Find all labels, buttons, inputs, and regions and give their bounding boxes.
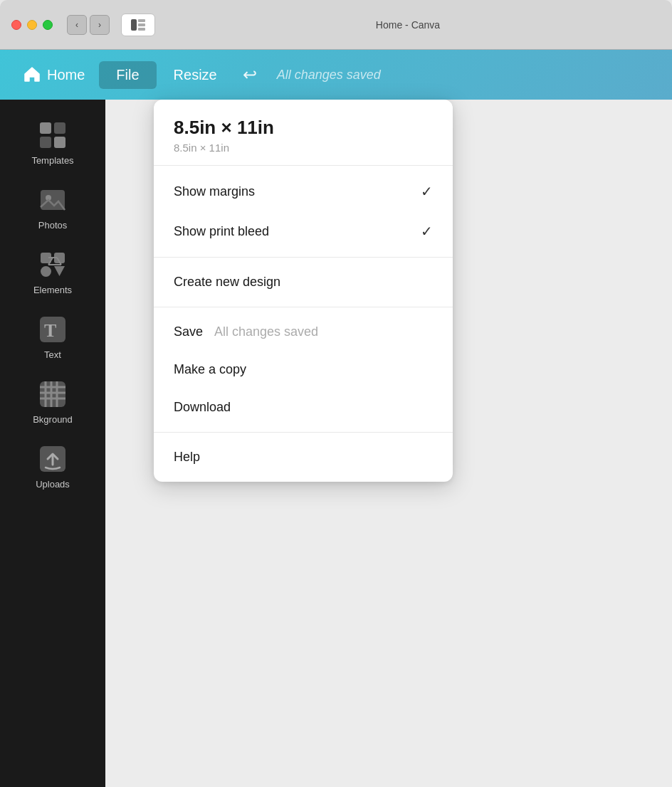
- uploads-icon: [37, 443, 68, 475]
- uploads-label: Uploads: [36, 479, 70, 490]
- show-margins-item[interactable]: Show margins ✓: [154, 171, 453, 211]
- resize-label: Resize: [174, 67, 217, 83]
- text-label: Text: [44, 349, 61, 360]
- save-status: All changes saved: [277, 68, 381, 83]
- undo-icon: ↩: [243, 65, 257, 84]
- nav-buttons: ‹ ›: [67, 15, 110, 35]
- window-chrome: ‹ › Home - Canva: [0, 0, 672, 50]
- sidebar-item-text[interactable]: T Text: [10, 305, 95, 367]
- file-actions-section: Save All changes saved Make a copy Downl…: [154, 307, 453, 432]
- home-label: Home: [47, 67, 85, 83]
- background-label: Bkground: [33, 414, 73, 425]
- sidebar-item-elements[interactable]: Elements: [10, 241, 95, 302]
- app-header: Home File Resize ↩ All changes saved: [0, 50, 672, 100]
- svg-rect-7: [54, 137, 65, 148]
- show-print-bleed-item[interactable]: Show print bleed ✓: [154, 211, 453, 251]
- sidebar: Templates Photos: [0, 100, 105, 787]
- sidebar-item-photos[interactable]: Photos: [10, 176, 95, 238]
- resize-button[interactable]: Resize: [162, 61, 229, 89]
- sidebar-toggle-button[interactable]: [121, 14, 155, 36]
- content-area: 8.5in × 11in 8.5in × 11in Show margins ✓…: [105, 100, 672, 787]
- sidebar-item-templates[interactable]: Templates: [10, 111, 95, 173]
- minimize-button[interactable]: [27, 20, 37, 30]
- show-margins-checkmark: ✓: [421, 183, 433, 200]
- download-label: Download: [174, 400, 231, 415]
- svg-rect-1: [138, 19, 145, 22]
- save-status-inline: All changes saved: [214, 324, 318, 339]
- svg-rect-2: [138, 23, 145, 26]
- design-size-subtitle: 8.5in × 11in: [174, 142, 433, 154]
- save-label: Save: [174, 324, 203, 339]
- svg-rect-4: [40, 122, 51, 134]
- close-button[interactable]: [11, 20, 21, 30]
- create-section: Create new design: [154, 258, 453, 307]
- show-print-bleed-checkmark: ✓: [421, 223, 433, 240]
- create-new-design-label: Create new design: [174, 275, 280, 290]
- templates-label: Templates: [31, 155, 73, 166]
- svg-text:T: T: [44, 320, 56, 341]
- undo-button[interactable]: ↩: [234, 59, 266, 90]
- photos-icon: [37, 184, 68, 216]
- show-margins-label: Show margins: [174, 184, 255, 199]
- traffic-lights: [11, 20, 53, 30]
- dropdown-header: 8.5in × 11in 8.5in × 11in: [154, 100, 453, 165]
- svg-rect-15: [40, 381, 65, 407]
- make-a-copy-item[interactable]: Make a copy: [154, 351, 453, 389]
- back-button[interactable]: ‹: [67, 15, 87, 35]
- help-section: Help: [154, 433, 453, 482]
- help-item[interactable]: Help: [154, 438, 453, 476]
- help-label: Help: [174, 450, 200, 465]
- download-item[interactable]: Download: [154, 389, 453, 426]
- home-button[interactable]: Home: [14, 60, 93, 90]
- sidebar-item-uploads[interactable]: Uploads: [10, 435, 95, 497]
- svg-point-12: [41, 266, 51, 277]
- elements-label: Elements: [33, 285, 72, 295]
- window-title: Home - Canva: [155, 19, 661, 31]
- save-item[interactable]: Save All changes saved: [154, 313, 453, 351]
- forward-button[interactable]: ›: [90, 15, 110, 35]
- background-icon: [37, 379, 68, 410]
- photos-label: Photos: [38, 220, 67, 231]
- file-label: File: [116, 67, 139, 83]
- svg-rect-0: [131, 19, 137, 31]
- svg-rect-6: [40, 137, 51, 148]
- file-menu-button[interactable]: File: [99, 61, 156, 89]
- main-layout: Templates Photos: [0, 100, 672, 787]
- create-new-design-item[interactable]: Create new design: [154, 263, 453, 301]
- design-size-title: 8.5in × 11in: [174, 117, 433, 139]
- toggle-section: Show margins ✓ Show print bleed ✓: [154, 166, 453, 257]
- templates-icon: [37, 120, 68, 151]
- make-a-copy-label: Make a copy: [174, 362, 246, 377]
- file-dropdown-menu: 8.5in × 11in 8.5in × 11in Show margins ✓…: [154, 100, 453, 482]
- svg-rect-8: [41, 190, 65, 210]
- show-print-bleed-label: Show print bleed: [174, 224, 269, 239]
- elements-icon: [37, 249, 68, 280]
- maximize-button[interactable]: [43, 20, 53, 30]
- svg-rect-3: [138, 28, 145, 31]
- sidebar-item-background[interactable]: Bkground: [10, 370, 95, 432]
- text-icon: T: [37, 314, 68, 345]
- svg-rect-5: [54, 122, 65, 134]
